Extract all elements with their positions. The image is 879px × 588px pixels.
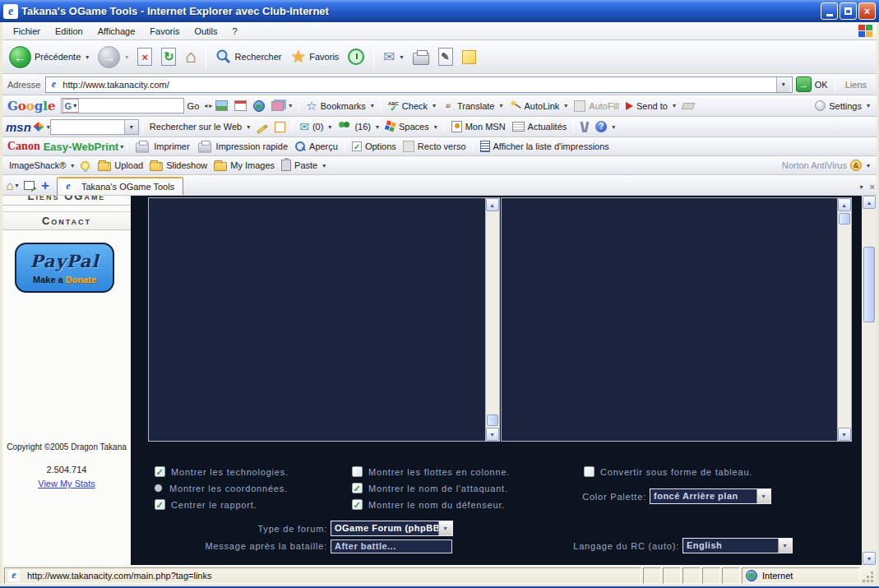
go-button[interactable]: → OK (796, 76, 828, 92)
menu-outils[interactable]: Outils (187, 24, 224, 39)
option-show-technologies[interactable]: ✓ Montrer les technologies. (155, 466, 289, 477)
links-toolbar-label[interactable]: Liens (839, 80, 873, 90)
checkbox[interactable]: ✓ (352, 499, 363, 510)
forward-button[interactable]: → ▾ (95, 44, 132, 70)
mail-chevron-icon[interactable]: ▾ (400, 53, 404, 61)
canon-print-button[interactable]: Imprimer (131, 138, 192, 155)
option-fleets-columns[interactable]: Montrer les flottes en colonne. (352, 466, 510, 477)
collapse-left-icon[interactable]: ◂ (204, 102, 207, 109)
msn-search-input[interactable]: ▾ (50, 119, 139, 135)
refresh-button[interactable]: ↻ (158, 46, 179, 67)
news-button[interactable]: Actualités (509, 120, 571, 133)
open-in-new-window-button[interactable] (21, 178, 36, 192)
menu-edition[interactable]: Edition (48, 24, 90, 39)
page-scrollbar[interactable]: ▴ ▾ (862, 196, 877, 565)
address-url[interactable]: http://www.takanacity.com/ (62, 80, 169, 90)
norton-antivirus-button[interactable]: Norton AntiVirus & ▾ (779, 158, 873, 173)
color-palette-select[interactable]: foncé Arrière plan ▾ (650, 488, 771, 504)
back-button[interactable]: ← Précédente ▾ (6, 44, 92, 70)
report-input-panel[interactable]: ▴ ▾ (148, 197, 500, 442)
spellcheck-button[interactable]: ABC✓ Check ▾ (385, 100, 439, 113)
scroll-up-icon[interactable]: ▴ (838, 198, 851, 211)
highlight-button[interactable] (253, 121, 271, 132)
scroll-down-icon[interactable]: ▾ (838, 428, 851, 441)
close-button[interactable]: × (858, 2, 876, 20)
minimize-button[interactable] (821, 2, 838, 20)
autolink-button[interactable]: ★ AutoLink ▾ (507, 99, 571, 113)
home-button[interactable]: ⌂ (182, 47, 199, 67)
msn-websearch-button[interactable]: Rechercher sur le Web ▾ (146, 120, 253, 133)
back-chevron-icon[interactable]: ▾ (86, 53, 89, 61)
form-fill-button[interactable] (271, 120, 289, 134)
bookmarks-button[interactable]: ☆ Bookmarks ▾ (303, 97, 377, 115)
canon-printlist-button[interactable]: Afficher la liste d'impressions (477, 139, 613, 154)
translate-button[interactable]: aï Translate ▾ (439, 100, 506, 113)
imageshack-tip-button[interactable] (77, 160, 95, 172)
scroll-up-icon[interactable]: ▴ (486, 198, 499, 211)
checkbox[interactable] (584, 466, 594, 477)
google-search-input[interactable]: G▾ (61, 98, 184, 113)
mail-button[interactable]: ✉ ▾ (380, 47, 406, 67)
checkbox[interactable] (352, 466, 363, 477)
dropdown-arrow-icon[interactable]: ▾ (438, 521, 452, 535)
title-bar[interactable]: e Takana's OGame Tools - Internet Explor… (0, 0, 879, 22)
address-input[interactable]: e http://www.takanacity.com/ ▾ (45, 76, 792, 93)
option-show-coordinates[interactable]: Montrer les coordonnées. (153, 483, 288, 493)
new-tab-button[interactable]: + (38, 178, 53, 192)
msn-help-button[interactable]: ? ▾ (592, 119, 618, 134)
google-calendar-button[interactable] (231, 99, 250, 113)
scrollbar-thumb[interactable] (839, 213, 850, 225)
google-settings-button[interactable]: Settings ▾ (812, 99, 873, 113)
report-output-panel[interactable]: ▴ ▾ (501, 197, 852, 442)
maximize-button[interactable] (840, 2, 857, 20)
toolbar-overflow-chevron-icon[interactable]: ▾ (860, 183, 863, 191)
address-dropdown-button[interactable]: ▾ (776, 77, 790, 92)
quick-tabs-home-button[interactable]: ⌂▾ (5, 178, 20, 192)
panel-scrollbar[interactable]: ▴ ▾ (837, 198, 851, 441)
print-button[interactable] (409, 48, 433, 67)
menu-favoris[interactable]: Favoris (142, 24, 187, 39)
option-center-report[interactable]: ✓ Centrer le rapport. (155, 499, 257, 510)
upload-button[interactable]: Upload (95, 158, 146, 173)
msn-search-dropdown[interactable]: ▾ (124, 120, 138, 134)
scroll-down-icon[interactable]: ▾ (863, 552, 876, 565)
panel-scrollbar[interactable]: ▴ ▾ (485, 198, 499, 441)
messenger-contacts-button[interactable]: (16) ▾ (335, 120, 382, 134)
checkbox[interactable]: ✓ (155, 499, 165, 510)
sidebar-item-contact[interactable]: Contact (2, 211, 131, 230)
mon-msn-button[interactable]: Mon MSN (448, 119, 509, 134)
forward-chevron-icon[interactable]: ▾ (125, 53, 128, 61)
canon-preview-button[interactable]: Aperçu (291, 139, 341, 154)
canon-options-button[interactable]: ✓ Options (349, 140, 400, 153)
tab-takanas-ogame-tools[interactable]: e Takana's OGame Tools (57, 177, 183, 195)
search-button[interactable]: Rechercher (212, 47, 285, 67)
menu-fichier[interactable]: Fichier (6, 24, 48, 39)
canon-chevron-icon[interactable]: ▾ (120, 143, 123, 150)
imageshack-menu[interactable]: ImageShack® ▾ (6, 159, 77, 172)
google-photos-button[interactable]: ▾ (268, 100, 295, 113)
msn-mail-button[interactable]: ✉ (0) ▾ (296, 118, 335, 135)
history-button[interactable] (345, 47, 368, 67)
battle-message-input[interactable]: After battle... (331, 539, 452, 553)
close-tab-icon[interactable]: × (870, 182, 875, 192)
edit-button[interactable]: ✎ (435, 46, 456, 67)
dropdown-arrow-icon[interactable]: ▾ (778, 539, 792, 553)
sidebar-item-liens-ogame[interactable]: Liens OGame (2, 196, 131, 206)
menu-aide[interactable]: ? (225, 24, 245, 39)
my-images-button[interactable]: My Images (210, 158, 278, 173)
slideshow-button[interactable]: Slideshow (146, 158, 210, 173)
menu-affichage[interactable]: Affichage (90, 24, 143, 39)
paypal-donate-button[interactable]: PayPal Make a Donate (15, 243, 114, 293)
spaces-button[interactable]: Spaces ▾ (382, 120, 441, 133)
radio-circle[interactable] (153, 483, 164, 493)
easy-webprint-logo[interactable]: Easy-WebPrint (44, 141, 119, 153)
scroll-down-icon[interactable]: ▾ (486, 428, 499, 441)
sendto-button[interactable]: Send to ▾ (622, 100, 679, 113)
favorites-button[interactable]: ★ Favoris (287, 45, 342, 68)
checkbox[interactable]: ✓ (352, 483, 363, 493)
msn-tools-button[interactable] (577, 120, 592, 134)
option-defender-name[interactable]: ✓ Montrer le nom du défenseur. (352, 499, 505, 510)
google-g-menu[interactable]: G▾ (62, 99, 80, 113)
canon-quickprint-button[interactable]: Impression rapide (193, 138, 291, 155)
canon-duplex-button[interactable]: Recto verso (400, 139, 470, 154)
